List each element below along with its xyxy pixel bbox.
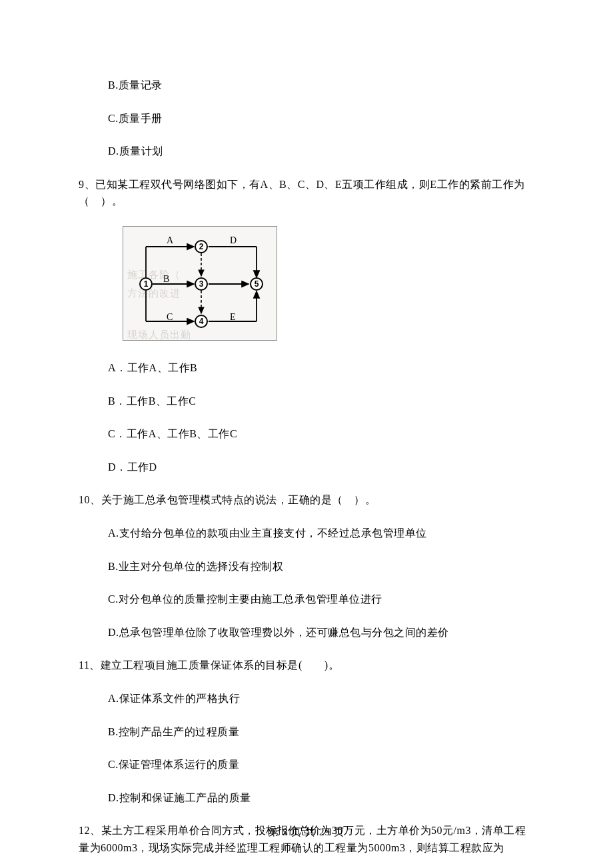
edge-A: A [167, 233, 173, 248]
q11-option-d: D.控制和保证施工产品的质量 [108, 789, 534, 807]
q8-option-d: D.质量计划 [108, 143, 534, 160]
q11-stem: 11、建立工程项目施工质量保证体系的目标是( )。 [79, 657, 534, 674]
node-1: 1 [139, 277, 153, 291]
q10-option-b: B.业主对分包单位的选择没有控制权 [108, 558, 534, 575]
q10-stem: 10、关于施工总承包管理模式特点的说法，正确的是（ ）。 [79, 491, 534, 509]
q9-stem: 9、已知某工程双代号网络图如下，有A、B、C、D、E五项工作组成，则E工作的紧前… [79, 176, 534, 210]
node-5: 5 [250, 277, 263, 291]
q8-option-c: C.质量手册 [108, 110, 534, 127]
node-3: 3 [195, 277, 208, 291]
q10-option-c: C.对分包单位的质量控制主要由施工总承包管理单位进行 [108, 591, 534, 608]
edge-C: C [167, 310, 173, 325]
node-2: 2 [195, 240, 208, 253]
node-4: 4 [195, 315, 208, 328]
q9-option-c: C．工作A、工作B、工作C [108, 425, 534, 443]
q9-diagram: 施工各阶（ 方法的改进 现场人员出勤 [123, 226, 534, 341]
q11-option-a: A.保证体系文件的严格执行 [108, 690, 534, 707]
q9-option-d: D．工作D [108, 459, 534, 476]
q9-option-b: B．工作B、工作C [108, 393, 534, 410]
q8-option-b: B.质量记录 [108, 77, 534, 94]
edge-E: E [230, 310, 236, 325]
q10-option-a: A.支付给分包单位的款项由业主直接支付，不经过总承包管理单位 [108, 525, 534, 542]
page-footer: 第 3 页 共 29 页 [0, 824, 613, 840]
q10-option-d: D.总承包管理单位除了收取管理费以外，还可赚总包与分包之间的差价 [108, 624, 534, 641]
q11-option-b: B.控制产品生产的过程质量 [108, 723, 534, 741]
q11-option-c: C.保证管理体系运行的质量 [108, 756, 534, 773]
edge-B: B [163, 272, 169, 287]
edge-D: D [230, 233, 237, 248]
q9-option-a: A．工作A、工作B [108, 359, 534, 377]
